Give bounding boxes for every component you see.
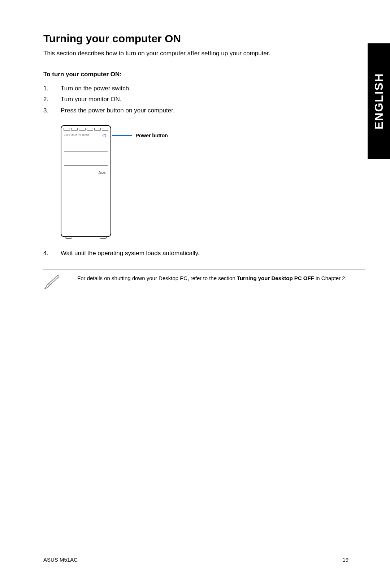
page-heading: Turning your computer ON — [43, 33, 365, 45]
asus-logo-icon: /SUS — [99, 171, 105, 175]
intro-text: This section describes how to turn on yo… — [43, 49, 365, 58]
note-text: For details on shutting down your Deskto… — [77, 274, 347, 283]
step-list-continued: 4. Wait until the operating system loads… — [43, 248, 365, 259]
tower-brand-label: ASUS ESSENTIO SERIES — [64, 134, 108, 136]
step-text: Wait until the operating system loads au… — [61, 250, 200, 257]
drive-bay-line — [64, 166, 108, 166]
power-button-icon — [103, 134, 106, 137]
step-list: Turn on the power switch. Turn your moni… — [43, 83, 365, 116]
computer-tower-illustration: ASUS ESSENTIO SERIES /SUS — [61, 125, 111, 237]
note-suffix: in Chapter 2. — [314, 275, 347, 281]
step-item: Press the power button on your computer. — [43, 105, 365, 116]
note-prefix: For details on shutting down your Deskto… — [77, 275, 237, 281]
callout-line-icon — [112, 135, 132, 136]
footer-model: ASUS M51AC — [43, 557, 78, 563]
note-bold: Turning your Desktop PC OFF — [237, 275, 314, 281]
page-footer: ASUS M51AC 19 — [43, 557, 348, 563]
note-box: For details on shutting down your Deskto… — [43, 270, 365, 294]
step-number: 4. — [43, 248, 48, 259]
step-item: Turn on the power switch. — [43, 83, 365, 94]
drive-bay-line — [64, 151, 108, 151]
power-button-callout: Power button — [115, 132, 168, 139]
step-item: Turn your monitor ON. — [43, 94, 365, 105]
language-tab: ENGLISH — [368, 43, 390, 159]
footer-page-number: 19 — [342, 557, 348, 563]
note-pen-icon — [43, 274, 69, 289]
tower-top-ports — [64, 128, 108, 132]
step-item: 4. Wait until the operating system loads… — [43, 248, 365, 259]
callout-label: Power button — [135, 133, 168, 138]
tower-feet — [65, 236, 107, 239]
subheading: To turn your computer ON: — [43, 71, 365, 78]
diagram: ASUS ESSENTIO SERIES /SUS Power button — [61, 125, 365, 237]
